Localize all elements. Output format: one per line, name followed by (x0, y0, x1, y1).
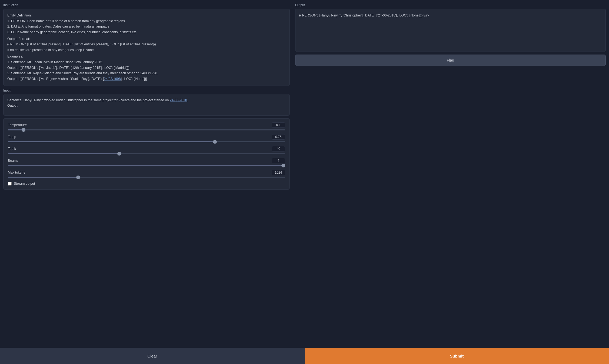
output-content: {{'PERSON': ['Hanyu Pinyin', 'Christophe… (299, 14, 429, 17)
top-p-value: 0.75 (272, 134, 285, 140)
output-format-header: Output Format: (7, 36, 286, 42)
clear-button[interactable]: Clear (0, 348, 305, 364)
input-label: Input (3, 89, 290, 92)
submit-button[interactable]: Submit (305, 348, 609, 364)
max-tokens-value: 1024 (272, 170, 285, 175)
top-k-label: Top k (8, 147, 16, 151)
example1-output: Output: {{'PERSON': ['Mr. Jacob'], 'DATE… (7, 65, 286, 71)
top-p-slider[interactable] (8, 141, 285, 142)
input-section: Input Sentence: Hanyu Pinyin worked unde… (3, 89, 290, 116)
entity-def-line2: 2. DATE: Any format of dates. Dates can … (7, 24, 286, 29)
output-format: {{'PERSON': [list of entities present], … (7, 42, 286, 47)
top-k-slider[interactable] (8, 153, 285, 154)
beams-slider[interactable] (8, 165, 285, 166)
entity-def-header: Entity Definition: (7, 13, 286, 18)
no-entities: If no entities are presented in any cate… (7, 47, 286, 53)
flag-button[interactable]: Flag (295, 55, 606, 66)
stream-output-label: Stream output (14, 182, 35, 186)
example2-sentence: 2. Sentence: Mr. Rajeev Mishra and Sunit… (7, 70, 286, 76)
entity-def-line3: 3. LOC: Name of any geographic location,… (7, 29, 286, 35)
temperature-value: 0.1 (272, 122, 285, 128)
max-tokens-label: Max tokens (8, 171, 25, 174)
output-section: Output {{'PERSON': ['Hanyu Pinyin', 'Chr… (295, 3, 606, 52)
top-p-label: Top p (8, 135, 16, 139)
beams-label: Beams (8, 159, 18, 163)
max-tokens-slider[interactable] (8, 177, 285, 178)
temperature-slider[interactable] (8, 129, 285, 130)
left-panel: Instruction Entity Definition: 1. PERSON… (3, 3, 292, 345)
example2-output: Output: {{'PERSON': ['Mr. Rajeev Mishra'… (7, 76, 286, 82)
top-p-row: Top p 0.75 (8, 134, 285, 142)
temperature-row: Temperature 0.1 (8, 122, 285, 130)
examples-header: Examples: (7, 54, 286, 59)
instruction-section: Instruction Entity Definition: 1. PERSON… (3, 3, 290, 86)
right-panel: Output {{'PERSON': ['Hanyu Pinyin', 'Chr… (292, 3, 606, 345)
instruction-box: Entity Definition: 1. PERSON: Short name… (3, 9, 290, 86)
max-tokens-row: Max tokens 1024 (8, 170, 285, 178)
sliders-section: Temperature 0.1 Top p 0.75 Top k 40 (3, 118, 290, 190)
bottom-bar: Clear Submit (0, 348, 609, 364)
output-label: Output (295, 3, 606, 7)
stream-output-checkbox[interactable] (8, 182, 12, 186)
temperature-label: Temperature (8, 123, 27, 127)
beams-value: 4 (272, 158, 285, 163)
example1-sentence: 1. Sentence: Mr. Jacob lives in Madrid s… (7, 59, 286, 65)
beams-row: Beams 4 (8, 158, 285, 166)
output-box: {{'PERSON': ['Hanyu Pinyin', 'Christophe… (295, 9, 606, 52)
stream-output-row: Stream output (8, 182, 285, 186)
entity-def-line1: 1. PERSON: Short name or full name of a … (7, 18, 286, 24)
top-k-row: Top k 40 (8, 146, 285, 154)
instruction-label: Instruction (3, 3, 290, 7)
top-k-value: 40 (272, 146, 285, 151)
input-box[interactable]: Sentence: Hanyu Pinyin worked under Chri… (3, 94, 290, 116)
